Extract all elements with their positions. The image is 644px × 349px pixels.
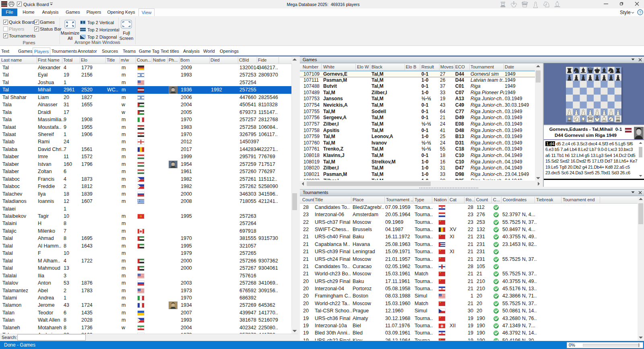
svg-text:?: ? bbox=[639, 10, 641, 14]
